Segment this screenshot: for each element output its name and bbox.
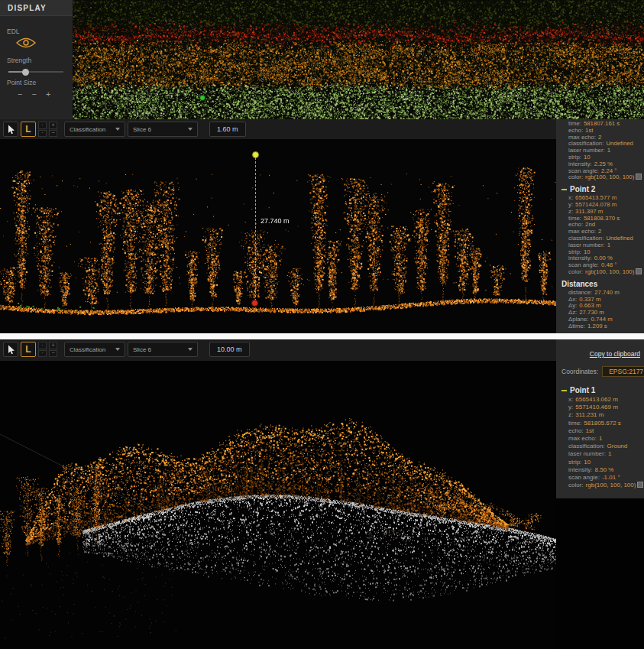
slice-step-buttons: · · (38, 122, 47, 137)
attribute-label: scan angle: (568, 261, 599, 268)
point-size-step-button[interactable]: − (31, 90, 36, 99)
collapse-icon[interactable] (561, 390, 567, 391)
attribute-label: max echo: (568, 435, 597, 442)
profile-pointcloud-canvas[interactable] (0, 361, 556, 649)
classification-dropdown[interactable]: Classification (64, 342, 125, 357)
slice-step-up-button[interactable]: · (38, 342, 47, 349)
classification-dropdown[interactable]: Classification (64, 122, 125, 137)
point-size-decrease-button[interactable]: − (18, 90, 22, 99)
attribute-value: 0.00 % (594, 255, 613, 261)
slice-dropdown-label: Slice 6 (133, 126, 184, 133)
slice-dropdown[interactable]: Slice 6 (128, 342, 198, 357)
slice-width-increase-button[interactable]: + (49, 342, 57, 349)
slice-step-up-button[interactable]: · (38, 122, 47, 129)
length-tool-button[interactable]: L (21, 122, 36, 137)
slice-width-value[interactable]: 1.60 m (209, 122, 246, 137)
slice-step-down-button[interactable]: · (38, 130, 47, 138)
point2-attribute-list: x:6565413.577 m y:5571424.078 m z:311.39… (561, 195, 644, 276)
slice-dropdown[interactable]: Slice 6 (128, 122, 198, 137)
distance-label: distance: (568, 289, 592, 296)
attribute-label: echo: (568, 427, 584, 434)
attribute-row: color:rgb(100, 100, 100) (568, 482, 644, 489)
attribute-label: echo: (568, 127, 583, 134)
attribute-row: laser number:1 (568, 450, 644, 458)
select-tool-button[interactable] (3, 342, 18, 357)
attribute-label: max echo: (568, 134, 596, 141)
slice-step-buttons: · · (38, 342, 47, 357)
attribute-row: max echo:1 (568, 435, 644, 443)
attribute-label: strip: (568, 459, 581, 466)
slider-handle[interactable] (22, 69, 29, 76)
attribute-label: y: (568, 201, 573, 208)
point2-title: Point 2 (570, 185, 595, 193)
point-size-increase-button[interactable]: + (46, 90, 50, 99)
point1-attribute-list: time:581807.161 s echo:1st max echo:2 cl… (561, 121, 644, 181)
eye-icon (16, 37, 36, 48)
classification-dropdown-label: Classification (70, 126, 112, 133)
measurement-line (255, 157, 256, 301)
slice-width-value[interactable]: 10.00 m (209, 342, 250, 357)
profile-view-section: L · · + − Classification Slice 6 10.00 (0, 339, 644, 649)
attribute-value: Undefined (606, 140, 633, 147)
attribute-value: Ground (607, 443, 628, 449)
measurement-point-top[interactable] (252, 151, 259, 158)
attribute-label: scan angle: (568, 167, 599, 174)
distance-value: 27.740 m (594, 289, 620, 296)
distance-label: Δplane: (568, 316, 588, 323)
select-tool-button[interactable] (3, 122, 18, 137)
attribute-label: intensity: (568, 255, 592, 261)
point-size-label: Point Size (7, 79, 66, 86)
edl-toggle-button[interactable] (16, 37, 36, 50)
coordinates-label: Coordinates: (561, 368, 598, 375)
length-tool-button[interactable]: L (21, 342, 36, 357)
ortho-pointcloud-canvas[interactable] (73, 0, 644, 119)
attribute-row: strip:10 (568, 459, 644, 466)
chevron-down-icon (188, 128, 193, 131)
attribute-row: y:5571410.469 m (568, 404, 644, 411)
attribute-row: x:6565413.062 m (568, 396, 644, 404)
distances-header: Distances (561, 280, 644, 288)
collapse-icon[interactable] (561, 189, 567, 190)
slice-width-increase-button[interactable]: + (49, 122, 57, 129)
attribute-label: classification: (568, 443, 605, 449)
attribute-label: laser number: (568, 450, 606, 457)
color-swatch (636, 269, 641, 274)
attribute-value: 6565413.062 m (575, 396, 618, 403)
chevron-down-icon (188, 348, 193, 351)
slice-step-down-button[interactable]: · (38, 350, 47, 358)
measurement-distance-label: 27.740 m (261, 217, 290, 225)
distance-value: 0.663 m (579, 302, 600, 309)
attribute-label: strip: (568, 154, 581, 161)
classification-dropdown-label: Classification (70, 346, 112, 353)
attribute-value: -1.01 ° (602, 474, 620, 481)
copy-to-clipboard-link[interactable]: Copy to clipboard (590, 350, 640, 358)
attribute-label: strip: (568, 248, 581, 255)
cursor-icon (7, 345, 15, 355)
attribute-value: 5571410.469 m (575, 404, 618, 410)
point1-attribute-list: x:6565413.062 m y:5571410.469 m z:311.23… (561, 396, 644, 489)
attribute-value: 581805.672 s (584, 420, 621, 427)
attribute-value: 581807.161 s (584, 120, 620, 127)
attribute-row: color:rgb(100, 100, 100) (568, 174, 644, 181)
attribute-value: 311.397 m (575, 208, 603, 215)
distance-value: 0.337 m (579, 296, 600, 303)
attribute-label: laser number: (568, 242, 605, 248)
section-pointcloud-canvas[interactable] (0, 139, 556, 333)
coordinates-value[interactable]: EPSG:2177 (602, 366, 644, 377)
point1-title: Point 1 (570, 386, 595, 394)
display-panel-title: DISPLAY (0, 0, 73, 16)
attribute-row: intensity:8.50 % (568, 466, 644, 474)
measurement-point-bottom[interactable] (251, 300, 258, 307)
attribute-value: 581808.370 s (584, 215, 620, 222)
picked-point-marker[interactable] (199, 95, 205, 101)
slice-width-decrease-button[interactable]: − (49, 130, 57, 138)
slice-width-decrease-button[interactable]: − (49, 350, 57, 358)
edl-label: EDL (7, 28, 66, 35)
ortho-view-section: DISPLAY EDL Strength Point Size − (0, 0, 644, 119)
attribute-value: 10 (584, 459, 591, 466)
section-viewport: L · · + − Classification Slice 6 1.60 (0, 119, 556, 333)
edl-strength-slider[interactable] (8, 71, 63, 73)
attribute-label: x: (568, 194, 573, 201)
profile-info-panel: Copy to clipboard Coordinates: EPSG:2177… (556, 339, 644, 498)
attribute-value: rgb(100, 100, 100) (586, 482, 636, 488)
